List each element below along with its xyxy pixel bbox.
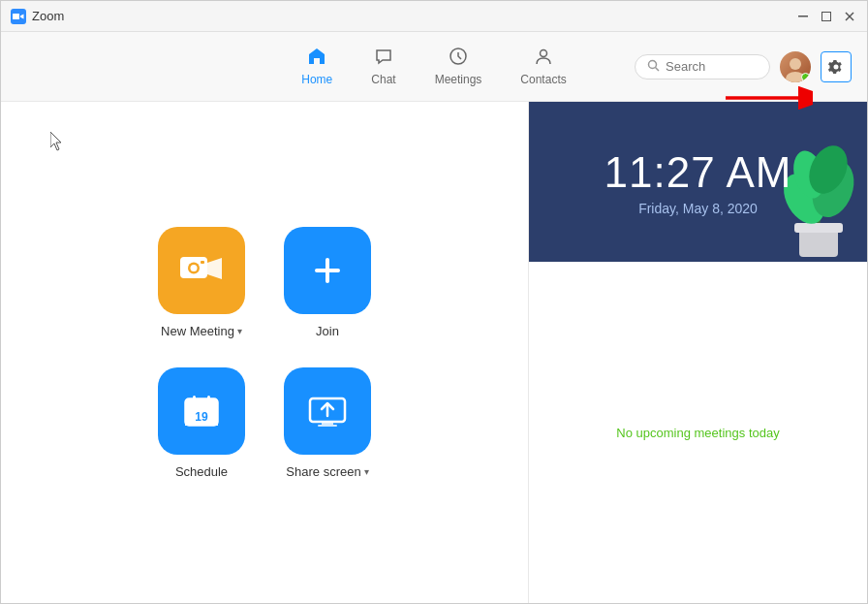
app-title: Zoom — [32, 9, 795, 23]
clock-time: 11:27 AM — [604, 148, 792, 197]
svg-rect-31 — [193, 396, 196, 402]
svg-point-9 — [790, 58, 801, 70]
meetings-area: No upcoming meetings today — [529, 262, 867, 603]
share-screen-button[interactable] — [284, 367, 371, 455]
new-meeting-action[interactable]: New Meeting ▾ — [158, 227, 245, 338]
new-meeting-chevron: ▾ — [237, 326, 242, 336]
meetings-icon — [449, 47, 468, 69]
chat-icon — [374, 47, 393, 69]
settings-button[interactable] — [821, 51, 852, 82]
svg-text:19: 19 — [195, 410, 208, 424]
navbar: Home Chat Meetings — [1, 32, 867, 102]
schedule-action[interactable]: 19 Schedule — [158, 367, 245, 479]
svg-point-6 — [541, 50, 547, 57]
tab-home-label: Home — [301, 73, 332, 86]
share-screen-action[interactable]: Share screen ▾ — [284, 367, 371, 479]
maximize-button[interactable] — [819, 9, 834, 24]
svg-rect-35 — [318, 425, 337, 427]
cursor — [50, 132, 66, 151]
avatar[interactable] — [780, 51, 811, 82]
join-action[interactable]: Join — [284, 227, 371, 338]
clock-date: Friday, May 8, 2020 — [638, 201, 758, 216]
tab-chat[interactable]: Chat — [352, 39, 415, 94]
left-panel: New Meeting ▾ Join — [1, 102, 528, 603]
clock-banner: 11:27 AM Friday, May 8, 2020 — [529, 102, 867, 262]
search-icon — [647, 59, 660, 75]
join-label: Join — [316, 324, 339, 338]
action-grid: New Meeting ▾ Join — [158, 227, 371, 479]
app-window: Zoom — [0, 0, 868, 604]
nav-tabs: Home Chat Meetings — [282, 39, 585, 94]
schedule-label: Schedule — [175, 464, 228, 479]
svg-rect-38 — [794, 223, 843, 233]
new-meeting-text: New Meeting — [161, 324, 234, 338]
online-status-dot — [801, 73, 810, 81]
tab-meetings-label: Meetings — [435, 73, 482, 86]
svg-rect-32 — [207, 396, 210, 402]
svg-rect-2 — [822, 12, 831, 20]
contacts-icon — [534, 47, 553, 69]
svg-rect-29 — [185, 405, 218, 409]
svg-rect-18 — [201, 261, 204, 264]
share-screen-chevron: ▾ — [364, 466, 369, 477]
schedule-text: Schedule — [175, 464, 228, 479]
svg-rect-34 — [322, 422, 333, 425]
tab-home[interactable]: Home — [282, 39, 352, 94]
new-meeting-button[interactable] — [158, 227, 245, 314]
tab-meetings[interactable]: Meetings — [416, 39, 502, 94]
tab-chat-label: Chat — [371, 73, 395, 86]
nav-right — [635, 51, 852, 82]
main-content: New Meeting ▾ Join — [1, 102, 867, 603]
right-panel: 11:27 AM Friday, May 8, 2020 No upcoming… — [528, 102, 867, 603]
window-controls — [795, 9, 857, 24]
zoom-logo-icon — [11, 9, 26, 24]
tab-contacts[interactable]: Contacts — [501, 39, 585, 94]
svg-point-7 — [649, 60, 657, 68]
join-text: Join — [316, 324, 339, 338]
svg-point-17 — [191, 265, 198, 271]
new-meeting-label: New Meeting ▾ — [161, 324, 242, 338]
close-button[interactable] — [842, 9, 857, 24]
join-button[interactable] — [284, 227, 371, 314]
minimize-button[interactable] — [795, 9, 811, 24]
search-input[interactable] — [666, 59, 758, 74]
search-box[interactable] — [635, 54, 770, 79]
svg-rect-1 — [798, 16, 808, 17]
title-bar: Zoom — [1, 1, 867, 32]
no-meetings-message: No upcoming meetings today — [616, 426, 779, 440]
tab-contacts-label: Contacts — [520, 73, 566, 86]
schedule-button[interactable]: 19 — [158, 367, 245, 455]
svg-line-8 — [656, 67, 660, 71]
home-icon — [307, 47, 326, 69]
share-screen-label: Share screen ▾ — [286, 464, 368, 479]
share-screen-text: Share screen — [286, 464, 360, 479]
